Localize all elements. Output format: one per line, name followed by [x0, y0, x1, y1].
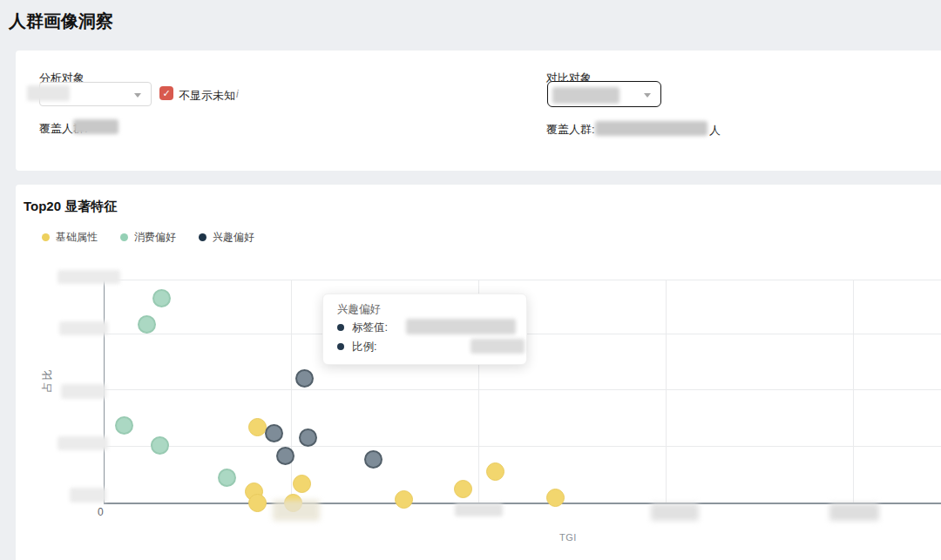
redacted-value — [552, 87, 619, 104]
scatter-point[interactable] — [248, 494, 267, 512]
v-gridline — [666, 280, 667, 503]
page-title: 人群画像洞察 — [9, 10, 113, 33]
coverage-unit: 人 — [709, 123, 721, 138]
redacted-value — [58, 436, 108, 450]
page: 人群画像洞察 分析对象 ✓ 不显示未知 i 覆盖人群: 对比对象 覆盖人群: 人… — [0, 0, 941, 560]
h-gridline — [104, 280, 941, 280]
scatter-point[interactable] — [293, 475, 311, 493]
compare-coverage-label: 覆盖人群: — [546, 122, 595, 138]
redacted-value — [27, 85, 70, 101]
hide-unknown-checkbox[interactable]: ✓ — [159, 86, 173, 100]
redacted-value — [406, 319, 516, 334]
scatter-point[interactable] — [295, 369, 314, 388]
scatter-point[interactable] — [299, 428, 317, 447]
bullet-icon — [337, 324, 344, 331]
legend-item-1[interactable]: 基础属性 — [42, 230, 98, 245]
legend-label: 兴趣偏好 — [213, 230, 254, 245]
h-gridline — [104, 389, 941, 390]
hide-unknown-label[interactable]: 不显示未知 — [179, 88, 235, 104]
scatter-point[interactable] — [454, 480, 472, 498]
scatter-point[interactable] — [364, 450, 382, 469]
tooltip-row-label: 比例: — [352, 340, 376, 354]
redacted-value — [470, 339, 525, 354]
redacted-value — [273, 500, 320, 521]
redacted-value — [61, 384, 106, 399]
v-gridline — [853, 280, 854, 503]
redacted-value — [70, 488, 106, 503]
redacted-value — [595, 121, 707, 136]
tooltip-row: 比例: — [337, 339, 376, 354]
x-axis-title: TGI — [559, 532, 577, 543]
tooltip-row-label: 标签值: — [352, 320, 388, 335]
chevron-down-icon — [644, 93, 651, 101]
scatter-point[interactable] — [276, 447, 294, 465]
redacted-value — [651, 503, 699, 521]
scatter-point[interactable] — [395, 490, 413, 509]
bullet-icon — [337, 343, 344, 350]
legend-dot-icon — [120, 233, 128, 241]
redacted-value — [59, 321, 108, 335]
x-axis-origin-tick: 0 — [98, 506, 104, 518]
tooltip-series-name: 兴趣偏好 — [337, 302, 381, 317]
redacted-value — [73, 119, 118, 134]
h-gridline — [104, 446, 941, 447]
v-gridline — [291, 280, 292, 503]
check-icon: ✓ — [162, 88, 170, 98]
scatter-point[interactable] — [265, 424, 283, 442]
scatter-point[interactable] — [546, 489, 565, 507]
tooltip-row: 标签值: — [337, 320, 388, 335]
redacted-value — [455, 503, 503, 516]
scatter-point[interactable] — [248, 418, 267, 436]
filter-panel: 分析对象 ✓ 不显示未知 i 覆盖人群: 对比对象 覆盖人群: 人 — [16, 51, 941, 171]
chart-legend: 基础属性消费偏好兴趣偏好 — [42, 230, 254, 245]
legend-dot-icon — [199, 233, 206, 241]
y-axis-title: 占比 — [40, 368, 55, 393]
scatter-point[interactable] — [218, 469, 236, 487]
legend-label: 基础属性 — [56, 230, 98, 245]
info-icon[interactable]: i — [236, 88, 239, 100]
chevron-down-icon — [134, 93, 141, 101]
chart-title: Top20 显著特征 — [24, 199, 117, 215]
scatter-point[interactable] — [486, 462, 504, 481]
redacted-value — [829, 503, 879, 521]
legend-dot-icon — [42, 233, 50, 241]
legend-label: 消费偏好 — [134, 230, 176, 245]
redacted-value — [58, 270, 120, 284]
legend-item-2[interactable]: 消费偏好 — [120, 230, 176, 245]
legend-item-3[interactable]: 兴趣偏好 — [199, 230, 254, 245]
x-axis-line — [104, 503, 941, 504]
